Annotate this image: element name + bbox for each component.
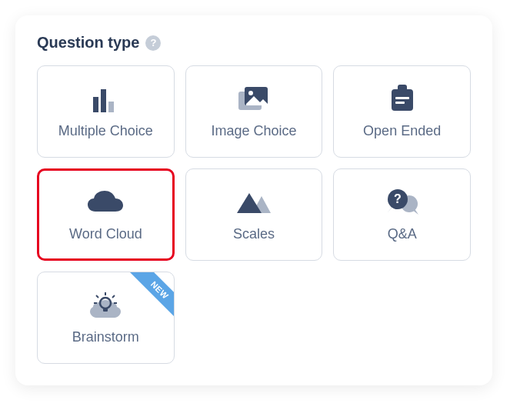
cloud-icon: [86, 188, 125, 217]
option-label: Word Cloud: [69, 226, 142, 242]
svg-rect-6: [392, 89, 413, 111]
option-image-choice[interactable]: Image Choice: [185, 65, 323, 158]
clipboard-icon: [388, 85, 416, 114]
option-brainstorm[interactable]: NEW Brainstorm: [37, 272, 175, 364]
svg-point-5: [248, 91, 253, 95]
option-label: Multiple Choice: [58, 123, 153, 139]
option-label: Scales: [233, 226, 275, 242]
help-icon[interactable]: ?: [145, 35, 161, 51]
svg-text:?: ?: [394, 192, 402, 205]
bar-chart-icon: [90, 85, 121, 114]
svg-rect-1: [101, 89, 106, 112]
option-qa[interactable]: ? Q&A: [333, 168, 471, 261]
option-label: Image Choice: [211, 123, 296, 139]
svg-rect-2: [108, 102, 114, 112]
svg-line-18: [112, 295, 115, 298]
option-word-cloud[interactable]: Word Cloud: [37, 168, 175, 261]
image-icon: [237, 85, 271, 114]
option-multiple-choice[interactable]: Multiple Choice: [37, 65, 175, 158]
question-type-panel: Question type ? Multiple Choice: [15, 15, 492, 385]
svg-rect-10: [395, 102, 405, 104]
option-label: Q&A: [388, 226, 417, 242]
option-scales[interactable]: Scales: [185, 168, 323, 261]
panel-title: Question type: [37, 34, 139, 52]
option-label: Brainstorm: [72, 329, 139, 345]
chat-question-icon: ?: [385, 188, 420, 217]
option-open-ended[interactable]: Open Ended: [333, 65, 471, 158]
svg-rect-15: [103, 308, 108, 312]
svg-rect-0: [93, 97, 98, 112]
lightbulb-icon: [88, 291, 122, 320]
mountains-icon: [235, 188, 272, 217]
svg-rect-9: [395, 97, 409, 99]
panel-header: Question type ?: [37, 34, 471, 52]
svg-line-17: [96, 295, 98, 298]
new-badge: NEW: [128, 272, 175, 322]
option-label: Open Ended: [363, 123, 441, 139]
question-type-grid: Multiple Choice Image Choice: [37, 65, 471, 364]
